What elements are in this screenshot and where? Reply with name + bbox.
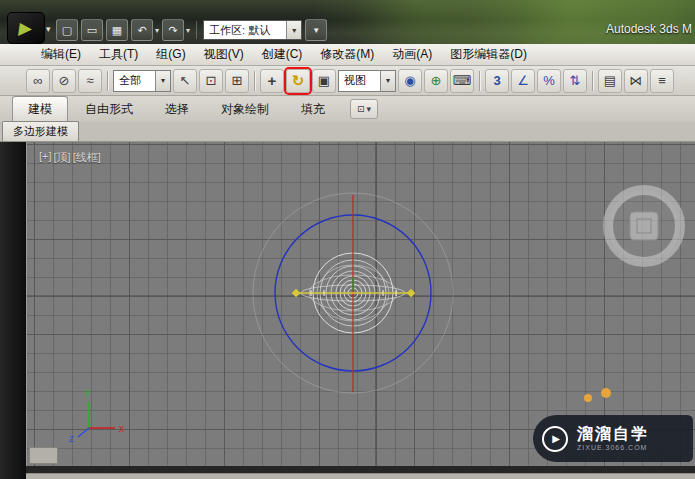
wireframe-torus-object[interactable] — [301, 253, 405, 333]
spinner-snap-icon: ⇅ — [570, 73, 581, 88]
3ds-max-logo[interactable]: ▶ — [7, 12, 45, 44]
rectangular-region-icon: ⊡ — [206, 73, 217, 88]
world-axis-tripod: Y x z — [69, 389, 124, 444]
link-icon: ∞ — [33, 73, 42, 88]
reference-coordinate-caret-icon[interactable]: ▾ — [380, 71, 395, 91]
ribbon-more-icon: ⊡ — [357, 104, 365, 114]
select-and-rotate-button[interactable]: ↻ — [286, 69, 310, 93]
axis-label-y: Y — [84, 389, 91, 400]
workspace-selector[interactable]: 工作区: 默认 ▾ — [203, 20, 302, 40]
blue-circle-object[interactable] — [275, 215, 431, 371]
undo-icon: ↶ — [137, 24, 146, 37]
watermark-paw-dot — [601, 388, 611, 398]
viewcube[interactable] — [608, 190, 680, 262]
mirror-icon: ⋈ — [630, 73, 643, 88]
keyboard-shortcut-override-button[interactable]: ⌨ — [450, 69, 474, 93]
viewport-menu-view[interactable]: [顶] — [54, 150, 71, 165]
reference-coordinate-value: 视图 — [344, 73, 366, 88]
menu-edit[interactable]: 编辑(E) — [32, 44, 90, 65]
panel-tab-polygon-modeling[interactable]: 多边形建模 — [2, 121, 79, 141]
ribbon-tab-freeform[interactable]: 自由形式 — [70, 97, 148, 122]
ribbon-tab-modeling[interactable]: 建模 — [12, 96, 68, 122]
ribbon-minimize-button[interactable]: ⊡ ▾ — [350, 99, 378, 119]
play-icon: ▶ — [552, 433, 560, 444]
menu-views[interactable]: 视图(V) — [195, 44, 253, 65]
ribbon-panel-tab-bar: 多边形建模 — [0, 122, 695, 142]
outer-faint-circle — [253, 193, 453, 393]
select-and-link-button[interactable]: ∞ — [26, 69, 50, 93]
menu-create[interactable]: 创建(C) — [253, 44, 312, 65]
snaps-toggle-button[interactable]: 3 — [485, 69, 509, 93]
angle-snap-toggle-button[interactable]: ∠ — [511, 69, 535, 93]
workspace-selector-value: 工作区: 默认 — [209, 23, 270, 38]
ribbon-tab-selection[interactable]: 选择 — [150, 97, 204, 122]
open-file-button[interactable]: ▭ — [81, 19, 103, 41]
spinner-snap-toggle-button[interactable]: ⇅ — [563, 69, 587, 93]
viewport-layout-tab-strip[interactable] — [0, 142, 26, 479]
watermark-paw-dot — [584, 394, 592, 402]
rotate-icon: ↻ — [292, 72, 305, 90]
axis-label-x: x — [119, 423, 124, 434]
menu-modifiers[interactable]: 修改器(M) — [311, 44, 383, 65]
reference-coordinate-dropdown[interactable]: 视图 ▾ — [338, 70, 396, 92]
viewport-bottom-track[interactable] — [26, 466, 695, 473]
select-object-button[interactable]: ↖ — [173, 69, 197, 93]
watermark: ▶ 溜溜自学 zixue.3066.com — [533, 415, 693, 462]
selection-region-button[interactable]: ⊡ — [199, 69, 223, 93]
ribbon-tab-populate[interactable]: 填充 — [286, 97, 340, 122]
qat-separator — [196, 21, 197, 39]
menu-bar: 编辑(E) 工具(T) 组(G) 视图(V) 创建(C) 修改器(M) 动画(A… — [0, 44, 695, 66]
unlink-icon: ⊘ — [59, 73, 70, 88]
use-pivot-point-center-button[interactable]: ◉ — [398, 69, 422, 93]
qat-customize-flag-icon: ▼ — [312, 26, 320, 35]
ribbon-tab-object-paint[interactable]: 对象绘制 — [206, 97, 284, 122]
percent-snap-icon: % — [543, 73, 555, 88]
menu-group[interactable]: 组(G) — [147, 44, 194, 65]
toolbar-separator — [254, 71, 255, 91]
align-button[interactable]: ≡ — [650, 69, 674, 93]
undo-button[interactable]: ↶ — [131, 19, 153, 41]
redo-history-caret-icon[interactable]: ▾ — [186, 26, 190, 35]
qat-customize-button[interactable]: ▼ — [305, 19, 327, 41]
menu-animation[interactable]: 动画(A) — [383, 44, 441, 65]
window-crossing-icon: ⊞ — [232, 73, 243, 88]
move-icon: + — [268, 72, 277, 89]
open-file-icon: ▭ — [87, 24, 97, 37]
window-crossing-button[interactable]: ⊞ — [225, 69, 249, 93]
edit-named-selection-sets-button[interactable]: ▤ — [598, 69, 622, 93]
select-and-move-button[interactable]: + — [260, 69, 284, 93]
percent-snap-toggle-button[interactable]: % — [537, 69, 561, 93]
select-cursor-icon: ↖ — [180, 73, 191, 88]
viewport-menu-plus[interactable]: [+] — [39, 150, 52, 165]
scale-icon: ▣ — [318, 73, 330, 88]
toolbar-separator — [479, 71, 480, 91]
viewport-menu-shading[interactable]: [线框] — [73, 150, 101, 165]
selection-filter-value: 全部 — [119, 73, 141, 88]
app-menu-caret-icon[interactable]: ▾ — [46, 24, 51, 34]
save-file-button[interactable]: ▦ — [106, 19, 128, 41]
unlink-selection-button[interactable]: ⊘ — [52, 69, 76, 93]
select-and-manipulate-button[interactable]: ⊕ — [424, 69, 448, 93]
viewport-top[interactable]: [+] [顶] [线框] — [26, 142, 695, 466]
3ds-max-logo-icon: ▶ — [18, 20, 33, 37]
save-file-icon: ▦ — [112, 24, 122, 37]
snap-3d-icon: 3 — [493, 73, 500, 88]
selection-filter-caret-icon[interactable]: ▾ — [155, 71, 170, 91]
undo-history-caret-icon[interactable]: ▾ — [155, 26, 159, 35]
menu-graph-editors[interactable]: 图形编辑器(D) — [441, 44, 536, 65]
angle-snap-icon: ∠ — [517, 73, 529, 88]
mirror-button[interactable]: ⋈ — [624, 69, 648, 93]
pivot-center-icon: ◉ — [404, 73, 415, 88]
redo-button[interactable]: ↷ — [162, 19, 184, 41]
yellow-spline-object[interactable] — [292, 289, 415, 297]
ribbon-tab-bar: 建模 自由形式 选择 对象绘制 填充 ⊡ ▾ — [0, 96, 695, 122]
new-file-button[interactable]: ▢ — [56, 19, 78, 41]
menu-tools[interactable]: 工具(T) — [90, 44, 147, 65]
toolbar-separator — [592, 71, 593, 91]
bind-to-space-warp-button[interactable]: ≈ — [78, 69, 102, 93]
axis-label-z: z — [69, 433, 74, 444]
window-bottom-border — [26, 473, 695, 479]
selection-filter-dropdown[interactable]: 全部 ▾ — [113, 70, 171, 92]
workspace-caret-icon[interactable]: ▾ — [286, 21, 301, 39]
select-and-scale-button[interactable]: ▣ — [312, 69, 336, 93]
